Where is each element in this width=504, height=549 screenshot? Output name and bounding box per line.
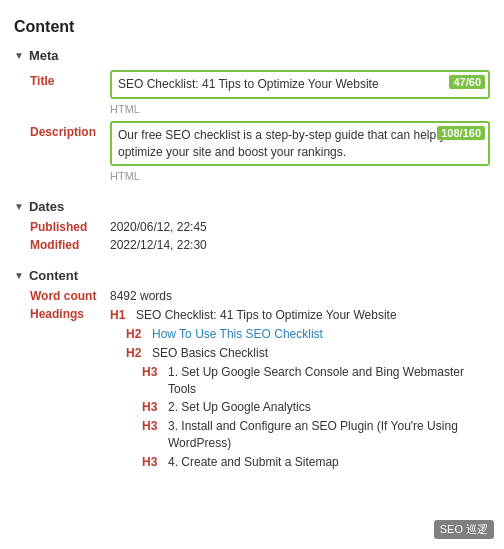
dates-header[interactable]: ▼ Dates [0, 195, 504, 218]
heading-tag: H2 [126, 345, 148, 362]
meta-title-html-link[interactable]: HTML [110, 103, 490, 115]
meta-title-label: Title [30, 70, 110, 88]
heading-text: 2. Set Up Google Analytics [168, 399, 490, 416]
content-arrow-icon: ▼ [14, 270, 24, 281]
word-count-label: Word count [30, 289, 110, 303]
published-label: Published [30, 220, 110, 234]
published-value: 2020/06/12, 22:45 [110, 220, 207, 234]
content-section: ▼ Content Word count 8492 words Headings… [0, 262, 504, 474]
heading-item: H2How To Use This SEO Checklist [110, 325, 490, 344]
meta-description-box: Our free SEO checklist is a step-by-step… [110, 121, 490, 167]
heading-text: 3. Install and Configure an SEO Plugin (… [168, 418, 490, 452]
heading-tag: H3 [142, 364, 164, 381]
headings-row: Headings H1SEO Checklist: 41 Tips to Opt… [0, 305, 504, 472]
heading-item: H1SEO Checklist: 41 Tips to Optimize You… [110, 306, 490, 325]
meta-title-text: SEO Checklist: 41 Tips to Optimize Your … [118, 76, 482, 93]
dates-header-label: Dates [29, 199, 64, 214]
heading-text[interactable]: How To Use This SEO Checklist [152, 326, 490, 343]
meta-title-row: Title SEO Checklist: 41 Tips to Optimize… [0, 67, 504, 118]
modified-row: Modified 2022/12/14, 22:30 [0, 236, 504, 254]
word-count-row: Word count 8492 words [0, 287, 504, 305]
heading-text: SEO Basics Checklist [152, 345, 490, 362]
meta-header[interactable]: ▼ Meta [0, 44, 504, 67]
heading-list: H1SEO Checklist: 41 Tips to Optimize You… [110, 306, 490, 471]
meta-description-value-col: Our free SEO checklist is a step-by-step… [110, 121, 490, 183]
content-header-label: Content [29, 268, 78, 283]
heading-item: H34. Create and Submit a Sitemap [110, 453, 490, 472]
meta-description-text: Our free SEO checklist is a step-by-step… [118, 127, 482, 161]
dates-section: ▼ Dates Published 2020/06/12, 22:45 Modi… [0, 193, 504, 256]
meta-description-counter: 108/160 [437, 126, 485, 140]
modified-label: Modified [30, 238, 110, 252]
meta-arrow-icon: ▼ [14, 50, 24, 61]
meta-description-row: Description Our free SEO checklist is a … [0, 118, 504, 186]
heading-tag: H3 [142, 399, 164, 416]
word-count-value: 8492 words [110, 289, 172, 303]
heading-tag: H1 [110, 307, 132, 324]
watermark: SEO 巡逻 [434, 520, 494, 539]
heading-item: H31. Set Up Google Search Console and Bi… [110, 363, 490, 399]
meta-description-html-link[interactable]: HTML [110, 170, 490, 182]
heading-item: H32. Set Up Google Analytics [110, 398, 490, 417]
content-header[interactable]: ▼ Content [0, 264, 504, 287]
meta-title-box: SEO Checklist: 41 Tips to Optimize Your … [110, 70, 490, 99]
meta-section: ▼ Meta Title SEO Checklist: 41 Tips to O… [0, 42, 504, 187]
meta-header-label: Meta [29, 48, 59, 63]
heading-tag: H2 [126, 326, 148, 343]
meta-description-label: Description [30, 121, 110, 139]
heading-text: 4. Create and Submit a Sitemap [168, 454, 490, 471]
page-title: Content [0, 10, 504, 42]
heading-item: H2SEO Basics Checklist [110, 344, 490, 363]
headings-label: Headings [30, 306, 110, 321]
heading-tag: H3 [142, 418, 164, 435]
heading-text: 1. Set Up Google Search Console and Bing… [168, 364, 490, 398]
meta-title-value-col: SEO Checklist: 41 Tips to Optimize Your … [110, 70, 490, 115]
heading-text: SEO Checklist: 41 Tips to Optimize Your … [136, 307, 490, 324]
dates-arrow-icon: ▼ [14, 201, 24, 212]
modified-value: 2022/12/14, 22:30 [110, 238, 207, 252]
published-row: Published 2020/06/12, 22:45 [0, 218, 504, 236]
heading-item: H33. Install and Configure an SEO Plugin… [110, 417, 490, 453]
heading-tag: H3 [142, 454, 164, 471]
meta-title-counter: 47/60 [449, 75, 485, 89]
